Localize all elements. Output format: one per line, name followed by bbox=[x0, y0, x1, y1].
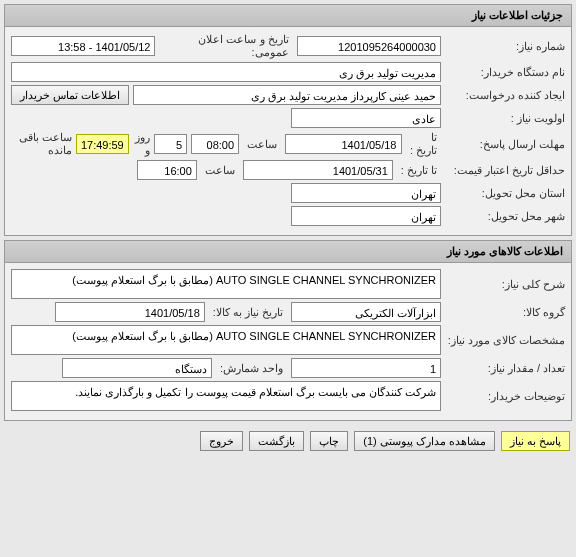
goods-group-label: گروه کالا: bbox=[445, 306, 565, 319]
general-desc-label: شرح کلی نیاز: bbox=[445, 278, 565, 291]
row-goods-group: گروه کالا: ابزارآلات الکتریکی تاریخ نیاز… bbox=[11, 302, 565, 322]
row-qty: تعداد / مقدار نیاز: 1 واحد شمارش: دستگاه bbox=[11, 358, 565, 378]
attachments-button[interactable]: مشاهده مدارک پیوستی (1) bbox=[354, 431, 495, 451]
row-general-desc: شرح کلی نیاز: AUTO SINGLE CHANNEL SYNCHR… bbox=[11, 269, 565, 299]
panel1-title: جزئیات اطلاعات نیاز bbox=[5, 5, 571, 27]
priority-field: عادی bbox=[291, 108, 441, 128]
request-creator-field: حمید عینی کارپرداز مدیریت تولید برق ری bbox=[133, 85, 441, 105]
panel2-body: شرح کلی نیاز: AUTO SINGLE CHANNEL SYNCHR… bbox=[5, 263, 571, 420]
request-creator-label: ایجاد کننده درخواست: bbox=[445, 89, 565, 102]
action-buttons-bar: پاسخ به نیاز مشاهده مدارک پیوستی (1) چاپ… bbox=[0, 425, 576, 457]
time-label-2: ساعت bbox=[201, 164, 239, 177]
panel2-title: اطلاعات کالاهای مورد نیاز bbox=[5, 241, 571, 263]
deadline-time-field: 08:00 bbox=[191, 134, 239, 154]
need-details-panel: جزئیات اطلاعات نیاز شماره نیاز: 12010952… bbox=[4, 4, 572, 236]
item-spec-label: مشخصات کالای مورد نیاز: bbox=[445, 334, 565, 347]
panel1-body: شماره نیاز: 1201095264000030 تاریخ و ساع… bbox=[5, 27, 571, 235]
row-delivery-city: شهر محل تحویل: تهران bbox=[11, 206, 565, 226]
row-need-number: شماره نیاز: 1201095264000030 تاریخ و ساع… bbox=[11, 33, 565, 59]
buyer-notes-field: شرکت کنندگان می بایست برگ استعلام قیمت پ… bbox=[11, 381, 441, 411]
buyer-notes-label: توضیحات خریدار: bbox=[445, 390, 565, 403]
announce-field: 1401/05/12 - 13:58 bbox=[11, 36, 155, 56]
need-date-field: 1401/05/18 bbox=[55, 302, 205, 322]
buyer-org-label: نام دستگاه خریدار: bbox=[445, 66, 565, 79]
contact-buyer-button[interactable]: اطلاعات تماس خریدار bbox=[11, 85, 129, 105]
back-button[interactable]: بازگشت bbox=[249, 431, 304, 451]
delivery-province-field: تهران bbox=[291, 183, 441, 203]
row-priority: اولویت نیاز : عادی bbox=[11, 108, 565, 128]
goods-group-field: ابزارآلات الکتریکی bbox=[291, 302, 441, 322]
deadline-label: مهلت ارسال پاسخ: bbox=[445, 138, 565, 151]
row-item-spec: مشخصات کالای مورد نیاز: AUTO SINGLE CHAN… bbox=[11, 325, 565, 355]
general-desc-field: AUTO SINGLE CHANNEL SYNCHRONIZER (مطابق … bbox=[11, 269, 441, 299]
unit-field: دستگاه bbox=[62, 358, 212, 378]
time-label-1: ساعت bbox=[243, 138, 281, 151]
buyer-org-field: مدیریت تولید برق ری bbox=[11, 62, 441, 82]
respond-button[interactable]: پاسخ به نیاز bbox=[501, 431, 570, 451]
qty-field: 1 bbox=[291, 358, 441, 378]
price-date-field: 1401/05/31 bbox=[243, 160, 393, 180]
priority-label: اولویت نیاز : bbox=[445, 112, 565, 125]
days-word: روز و bbox=[133, 131, 151, 157]
row-price-validity: حداقل تاریخ اعتبار قیمت: تا تاریخ : 1401… bbox=[11, 160, 565, 180]
need-date-label: تاریخ نیاز به کالا: bbox=[209, 306, 287, 319]
days-remain-field: 5 bbox=[154, 134, 187, 154]
to-date-label-2: تا تاریخ : bbox=[397, 164, 441, 177]
price-validity-label: حداقل تاریخ اعتبار قیمت: bbox=[445, 164, 565, 177]
unit-label: واحد شمارش: bbox=[216, 362, 287, 375]
delivery-city-field: تهران bbox=[291, 206, 441, 226]
row-buyer-org: نام دستگاه خریدار: مدیریت تولید برق ری bbox=[11, 62, 565, 82]
announce-label: تاریخ و ساعت اعلان عمومی: bbox=[159, 33, 292, 59]
row-request-creator: ایجاد کننده درخواست: حمید عینی کارپرداز … bbox=[11, 85, 565, 105]
to-date-label: تا تاریخ : bbox=[406, 131, 442, 157]
price-time-field: 16:00 bbox=[137, 160, 197, 180]
need-number-field: 1201095264000030 bbox=[297, 36, 441, 56]
delivery-province-label: استان محل تحویل: bbox=[445, 187, 565, 200]
row-delivery-province: استان محل تحویل: تهران bbox=[11, 183, 565, 203]
row-buyer-notes: توضیحات خریدار: شرکت کنندگان می بایست بر… bbox=[11, 381, 565, 411]
row-deadline: مهلت ارسال پاسخ: تا تاریخ : 1401/05/18 س… bbox=[11, 131, 565, 157]
deadline-date-field: 1401/05/18 bbox=[285, 134, 401, 154]
print-button[interactable]: چاپ bbox=[310, 431, 348, 451]
time-remain-field: 17:49:59 bbox=[76, 134, 129, 154]
remain-suffix: ساعت باقی مانده bbox=[11, 131, 72, 157]
delivery-city-label: شهر محل تحویل: bbox=[445, 210, 565, 223]
qty-label: تعداد / مقدار نیاز: bbox=[445, 362, 565, 375]
need-number-label: شماره نیاز: bbox=[445, 40, 565, 53]
exit-button[interactable]: خروج bbox=[200, 431, 243, 451]
goods-info-panel: اطلاعات کالاهای مورد نیاز شرح کلی نیاز: … bbox=[4, 240, 572, 421]
item-spec-field: AUTO SINGLE CHANNEL SYNCHRONIZER (مطابق … bbox=[11, 325, 441, 355]
